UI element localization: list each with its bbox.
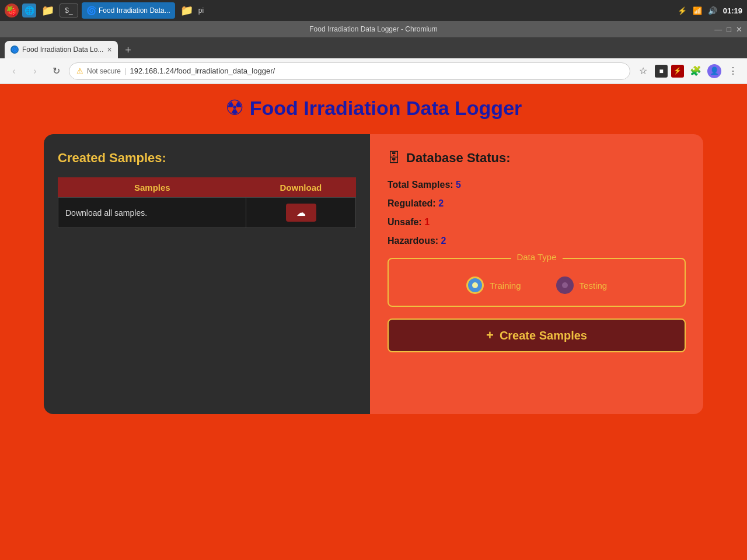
back-button[interactable]: ‹ bbox=[6, 63, 22, 79]
forward-button[interactable]: › bbox=[27, 63, 43, 79]
page-header: ☢ Food Irradiation Data Logger bbox=[225, 96, 522, 120]
browser-globe-icon[interactable]: 🌐 bbox=[22, 4, 36, 18]
download-cell: ☁ bbox=[246, 198, 356, 228]
menu-icon[interactable]: ⋮ bbox=[725, 63, 741, 79]
browser-title: Food Irradiation Data Logger - Chromium bbox=[309, 25, 437, 33]
testing-radio-option[interactable]: Testing bbox=[556, 276, 608, 294]
bluetooth-icon: ⚡ bbox=[678, 6, 687, 15]
hazardous-label: Hazardous: bbox=[388, 236, 438, 246]
browser-title-bar: Food Irradiation Data Logger - Chromium … bbox=[0, 21, 747, 37]
training-radio-button[interactable] bbox=[466, 276, 484, 294]
left-panel: Created Samples: Samples Download Downlo… bbox=[44, 134, 370, 414]
db-status-heading: Database Status: bbox=[406, 150, 511, 166]
chromium-app[interactable]: 🌀 Food Irradiation Data... bbox=[82, 2, 175, 19]
samples-table: Samples Download Download all samples. ☁ bbox=[58, 177, 356, 228]
plus-icon: + bbox=[486, 328, 494, 343]
page-content: ☢ Food Irradiation Data Logger Created S… bbox=[0, 84, 747, 560]
right-panel: 🗄 Database Status: Total Samples: 5 Regu… bbox=[370, 134, 703, 414]
unsafe-row: Unsafe: 1 bbox=[388, 217, 686, 228]
not-secure-label: Not secure bbox=[87, 67, 121, 75]
table-row: Download all samples. ☁ bbox=[58, 198, 356, 228]
not-secure-icon: ⚠ bbox=[76, 66, 83, 75]
browser-tabs: 🌀 Food Irradiation Data Lo... × + bbox=[0, 37, 747, 58]
database-icon: 🗄 bbox=[388, 150, 400, 166]
regulated-row: Regulated: 2 bbox=[388, 198, 686, 209]
ext2-icon[interactable]: ⚡ bbox=[671, 65, 684, 78]
regulated-label: Regulated: bbox=[388, 198, 436, 208]
create-samples-label: Create Samples bbox=[500, 329, 587, 342]
hazardous-row: Hazardous: 2 bbox=[388, 236, 686, 246]
clock: 01:19 bbox=[723, 6, 742, 15]
url-text: 192.168.1.24/food_irradiation_data_logge… bbox=[130, 66, 623, 75]
samples-column-header: Samples bbox=[58, 178, 246, 198]
radiation-icon: ☢ bbox=[225, 96, 244, 120]
tab-title: Food Irradiation Data Lo... bbox=[22, 46, 103, 54]
bookmark-icon[interactable]: ☆ bbox=[635, 63, 651, 79]
main-card: Created Samples: Samples Download Downlo… bbox=[44, 134, 703, 414]
tab-close-button[interactable]: × bbox=[107, 45, 111, 54]
table-header-row: Samples Download bbox=[58, 178, 356, 198]
volume-icon: 🔊 bbox=[708, 6, 717, 15]
total-samples-row: Total Samples: 5 bbox=[388, 180, 686, 190]
reload-button[interactable]: ↻ bbox=[48, 63, 64, 79]
training-label: Training bbox=[490, 281, 521, 290]
unsafe-value: 1 bbox=[424, 217, 430, 227]
training-radio-inner bbox=[472, 282, 478, 288]
close-icon[interactable]: ✕ bbox=[736, 25, 742, 34]
tab-favicon: 🌀 bbox=[11, 46, 19, 54]
regulated-value: 2 bbox=[438, 198, 444, 208]
create-samples-button[interactable]: + Create Samples bbox=[388, 318, 686, 352]
terminal-icon[interactable]: $_ bbox=[60, 4, 78, 18]
radio-group: Training Testing bbox=[400, 276, 673, 294]
ext3-icon[interactable]: 🧩 bbox=[687, 63, 704, 79]
separator: | bbox=[124, 66, 126, 75]
nav-right-icons: ☆ ■ ⚡ 🧩 👤 ⋮ bbox=[635, 63, 741, 79]
active-tab[interactable]: 🌀 Food Irradiation Data Lo... × bbox=[5, 41, 118, 58]
created-samples-heading: Created Samples: bbox=[58, 150, 356, 166]
download-column-header: Download bbox=[246, 178, 356, 198]
total-samples-value: 5 bbox=[456, 180, 461, 190]
db-status-header: 🗄 Database Status: bbox=[388, 150, 686, 166]
minimize-icon[interactable]: — bbox=[714, 25, 722, 34]
ext1-icon[interactable]: ■ bbox=[655, 65, 668, 78]
total-samples-label: Total Samples: bbox=[388, 180, 453, 190]
pi-label: pi bbox=[198, 6, 204, 15]
testing-radio-button[interactable] bbox=[556, 276, 574, 294]
page-title: Food Irradiation Data Logger bbox=[250, 97, 522, 120]
profile-icon[interactable]: 👤 bbox=[707, 64, 721, 78]
address-bar[interactable]: ⚠ Not secure | 192.168.1.24/food_irradia… bbox=[69, 62, 630, 80]
data-type-legend: Data Type bbox=[511, 252, 562, 262]
testing-label: Testing bbox=[580, 281, 608, 290]
folder2-icon[interactable]: 📁 bbox=[179, 2, 195, 19]
data-type-box: Data Type Training Testing bbox=[388, 258, 686, 307]
os-taskbar: 🍓 🌐 📁 $_ 🌀 Food Irradiation Data... 📁 pi… bbox=[0, 0, 747, 21]
new-tab-button[interactable]: + bbox=[120, 42, 137, 58]
taskbar-right: ⚡ 📶 🔊 01:19 bbox=[678, 6, 742, 15]
wifi-icon: 📶 bbox=[693, 6, 702, 15]
testing-radio-inner bbox=[562, 282, 568, 288]
sample-cell: Download all samples. bbox=[58, 198, 246, 228]
training-radio-option[interactable]: Training bbox=[466, 276, 521, 294]
window-controls: — □ ✕ bbox=[714, 25, 742, 34]
raspberry-pi-icon[interactable]: 🍓 bbox=[5, 4, 19, 18]
download-all-button[interactable]: ☁ bbox=[286, 204, 316, 222]
unsafe-label: Unsafe: bbox=[388, 217, 422, 227]
cloud-download-icon: ☁ bbox=[296, 207, 306, 218]
browser-nav: ‹ › ↻ ⚠ Not secure | 192.168.1.24/food_i… bbox=[0, 58, 747, 84]
maximize-icon[interactable]: □ bbox=[727, 25, 731, 34]
hazardous-value: 2 bbox=[441, 236, 446, 246]
folder-icon[interactable]: 📁 bbox=[40, 2, 56, 19]
